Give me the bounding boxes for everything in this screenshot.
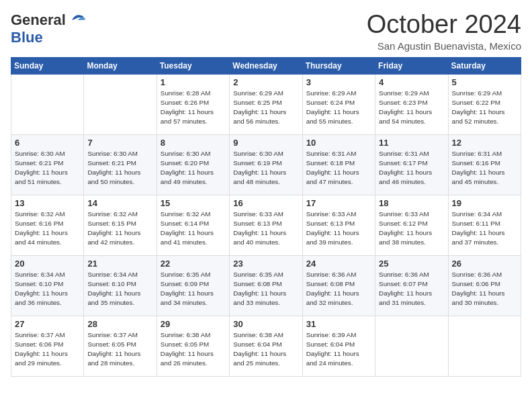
header-saturday: Saturday <box>448 57 521 74</box>
day-number: 1 <box>161 77 226 87</box>
day-number: 27 <box>15 319 80 329</box>
day-number: 29 <box>161 319 226 329</box>
calendar-cell: 13Sunrise: 6:32 AM Sunset: 6:16 PM Dayli… <box>11 195 84 255</box>
calendar-cell <box>375 316 448 376</box>
day-number: 2 <box>233 77 298 87</box>
day-number: 23 <box>233 259 298 269</box>
cell-info: Sunrise: 6:37 AM Sunset: 6:06 PM Dayligh… <box>15 330 80 369</box>
cell-info: Sunrise: 6:31 AM Sunset: 6:18 PM Dayligh… <box>306 149 371 187</box>
header-wednesday: Wednesday <box>230 57 302 74</box>
calendar-cell <box>11 74 84 134</box>
calendar: SundayMondayTuesdayWednesdayThursdayFrid… <box>11 57 521 377</box>
calendar-cell: 23Sunrise: 6:35 AM Sunset: 6:08 PM Dayli… <box>230 255 302 316</box>
cell-info: Sunrise: 6:30 AM Sunset: 6:20 PM Dayligh… <box>161 149 226 187</box>
calendar-cell <box>448 316 521 376</box>
day-number: 25 <box>379 259 444 269</box>
calendar-cell: 10Sunrise: 6:31 AM Sunset: 6:18 PM Dayli… <box>302 134 375 195</box>
calendar-cell: 14Sunrise: 6:32 AM Sunset: 6:15 PM Dayli… <box>84 195 157 255</box>
week-row-4: 27Sunrise: 6:37 AM Sunset: 6:06 PM Dayli… <box>11 316 521 376</box>
cell-info: Sunrise: 6:35 AM Sunset: 6:08 PM Dayligh… <box>233 270 298 308</box>
cell-info: Sunrise: 6:37 AM Sunset: 6:05 PM Dayligh… <box>87 330 152 369</box>
calendar-cell: 26Sunrise: 6:36 AM Sunset: 6:06 PM Dayli… <box>448 255 521 316</box>
calendar-cell: 25Sunrise: 6:36 AM Sunset: 6:07 PM Dayli… <box>375 255 448 316</box>
calendar-cell: 4Sunrise: 6:29 AM Sunset: 6:23 PM Daylig… <box>375 74 448 134</box>
cell-info: Sunrise: 6:32 AM Sunset: 6:15 PM Dayligh… <box>87 210 152 248</box>
cell-info: Sunrise: 6:30 AM Sunset: 6:19 PM Dayligh… <box>233 149 298 187</box>
page: General Blue October 2024 San Agustin Bu… <box>0 0 532 383</box>
day-number: 28 <box>87 319 152 329</box>
header-thursday: Thursday <box>302 57 375 74</box>
cell-info: Sunrise: 6:32 AM Sunset: 6:16 PM Dayligh… <box>15 210 80 248</box>
calendar-cell: 8Sunrise: 6:30 AM Sunset: 6:20 PM Daylig… <box>157 134 229 195</box>
cell-info: Sunrise: 6:30 AM Sunset: 6:21 PM Dayligh… <box>87 149 152 187</box>
cell-info: Sunrise: 6:29 AM Sunset: 6:24 PM Dayligh… <box>306 89 371 127</box>
cell-info: Sunrise: 6:36 AM Sunset: 6:08 PM Dayligh… <box>306 270 371 308</box>
day-number: 18 <box>379 198 444 208</box>
cell-info: Sunrise: 6:36 AM Sunset: 6:07 PM Dayligh… <box>379 270 444 308</box>
day-number: 5 <box>452 77 517 87</box>
cell-info: Sunrise: 6:29 AM Sunset: 6:25 PM Dayligh… <box>233 89 298 127</box>
calendar-cell: 21Sunrise: 6:34 AM Sunset: 6:10 PM Dayli… <box>84 255 157 316</box>
logo-icon <box>67 11 86 30</box>
day-number: 14 <box>87 198 152 208</box>
day-number: 16 <box>233 198 298 208</box>
cell-info: Sunrise: 6:38 AM Sunset: 6:04 PM Dayligh… <box>233 330 298 369</box>
cell-info: Sunrise: 6:33 AM Sunset: 6:12 PM Dayligh… <box>379 210 444 248</box>
calendar-cell: 18Sunrise: 6:33 AM Sunset: 6:12 PM Dayli… <box>375 195 448 255</box>
cell-info: Sunrise: 6:34 AM Sunset: 6:11 PM Dayligh… <box>452 210 517 248</box>
logo-general-text: General <box>11 12 66 28</box>
day-number: 24 <box>306 259 371 269</box>
day-number: 10 <box>306 138 371 148</box>
month-title: October 2024 <box>367 11 521 39</box>
cell-info: Sunrise: 6:30 AM Sunset: 6:21 PM Dayligh… <box>15 149 80 187</box>
day-number: 8 <box>161 138 226 148</box>
calendar-cell: 17Sunrise: 6:33 AM Sunset: 6:13 PM Dayli… <box>302 195 375 255</box>
calendar-cell: 11Sunrise: 6:31 AM Sunset: 6:17 PM Dayli… <box>375 134 448 195</box>
cell-info: Sunrise: 6:29 AM Sunset: 6:22 PM Dayligh… <box>452 89 517 127</box>
calendar-cell: 7Sunrise: 6:30 AM Sunset: 6:21 PM Daylig… <box>84 134 157 195</box>
day-number: 12 <box>452 138 517 148</box>
day-number: 26 <box>452 259 517 269</box>
calendar-cell: 19Sunrise: 6:34 AM Sunset: 6:11 PM Dayli… <box>448 195 521 255</box>
day-number: 4 <box>379 77 444 87</box>
day-number: 30 <box>233 319 298 329</box>
logo: General Blue <box>11 11 86 46</box>
header-monday: Monday <box>84 57 157 74</box>
calendar-cell: 20Sunrise: 6:34 AM Sunset: 6:10 PM Dayli… <box>11 255 84 316</box>
day-number: 22 <box>161 259 226 269</box>
calendar-cell: 12Sunrise: 6:31 AM Sunset: 6:16 PM Dayli… <box>448 134 521 195</box>
day-number: 9 <box>233 138 298 148</box>
location: San Agustin Buenavista, Mexico <box>367 40 521 52</box>
cell-info: Sunrise: 6:39 AM Sunset: 6:04 PM Dayligh… <box>306 330 371 369</box>
header-row: SundayMondayTuesdayWednesdayThursdayFrid… <box>11 57 521 74</box>
calendar-cell: 15Sunrise: 6:32 AM Sunset: 6:14 PM Dayli… <box>157 195 229 255</box>
cell-info: Sunrise: 6:31 AM Sunset: 6:16 PM Dayligh… <box>452 149 517 187</box>
calendar-cell: 6Sunrise: 6:30 AM Sunset: 6:21 PM Daylig… <box>11 134 84 195</box>
calendar-cell <box>84 74 157 134</box>
day-number: 13 <box>15 198 80 208</box>
day-number: 20 <box>15 259 80 269</box>
calendar-cell: 2Sunrise: 6:29 AM Sunset: 6:25 PM Daylig… <box>230 74 302 134</box>
calendar-cell: 31Sunrise: 6:39 AM Sunset: 6:04 PM Dayli… <box>302 316 375 376</box>
week-row-2: 13Sunrise: 6:32 AM Sunset: 6:16 PM Dayli… <box>11 195 521 255</box>
week-row-1: 6Sunrise: 6:30 AM Sunset: 6:21 PM Daylig… <box>11 134 521 195</box>
logo-blue-text: Blue <box>11 29 43 46</box>
header: General Blue October 2024 San Agustin Bu… <box>11 11 521 52</box>
cell-info: Sunrise: 6:36 AM Sunset: 6:06 PM Dayligh… <box>452 270 517 308</box>
week-row-3: 20Sunrise: 6:34 AM Sunset: 6:10 PM Dayli… <box>11 255 521 316</box>
day-number: 21 <box>87 259 152 269</box>
day-number: 31 <box>306 319 371 329</box>
calendar-cell: 24Sunrise: 6:36 AM Sunset: 6:08 PM Dayli… <box>302 255 375 316</box>
day-number: 15 <box>161 198 226 208</box>
header-friday: Friday <box>375 57 448 74</box>
calendar-cell: 5Sunrise: 6:29 AM Sunset: 6:22 PM Daylig… <box>448 74 521 134</box>
calendar-body: 1Sunrise: 6:28 AM Sunset: 6:26 PM Daylig… <box>11 74 521 376</box>
calendar-cell: 1Sunrise: 6:28 AM Sunset: 6:26 PM Daylig… <box>157 74 229 134</box>
header-tuesday: Tuesday <box>157 57 229 74</box>
cell-info: Sunrise: 6:35 AM Sunset: 6:09 PM Dayligh… <box>161 270 226 308</box>
cell-info: Sunrise: 6:29 AM Sunset: 6:23 PM Dayligh… <box>379 89 444 127</box>
calendar-cell: 16Sunrise: 6:33 AM Sunset: 6:13 PM Dayli… <box>230 195 302 255</box>
cell-info: Sunrise: 6:31 AM Sunset: 6:17 PM Dayligh… <box>379 149 444 187</box>
cell-info: Sunrise: 6:28 AM Sunset: 6:26 PM Dayligh… <box>161 89 226 127</box>
header-sunday: Sunday <box>11 57 84 74</box>
